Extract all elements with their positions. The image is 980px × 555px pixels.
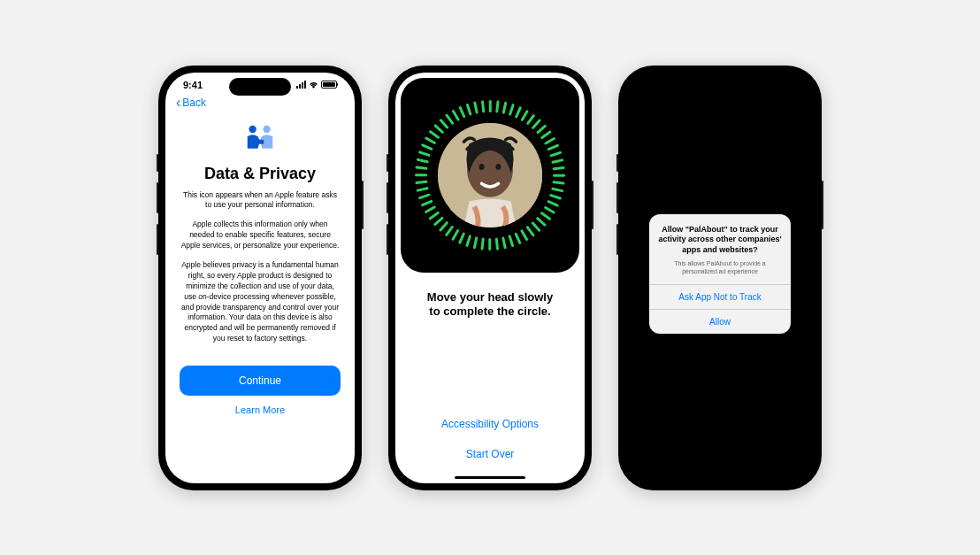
svg-point-5 — [495, 164, 501, 170]
face-id-scanner — [401, 78, 579, 273]
learn-more-link[interactable]: Learn More — [180, 396, 341, 424]
allow-button[interactable]: Allow — [649, 309, 791, 334]
handshake-icon — [241, 124, 279, 152]
dialog-subtitle: This allows PalAbout to provide a person… — [658, 259, 782, 275]
continue-button[interactable]: Continue — [180, 366, 341, 396]
face-preview — [438, 123, 542, 227]
battery-icon — [321, 81, 337, 89]
dialog-title: Allow "PalAbout" to track your activity … — [658, 225, 782, 256]
back-button[interactable]: ‹ Back — [176, 96, 344, 110]
page-title: Data & Privacy — [180, 165, 341, 183]
tracking-permission-dialog: Allow "PalAbout" to track your activity … — [649, 214, 791, 334]
privacy-para-1: This icon appears when an Apple feature … — [180, 190, 341, 212]
dynamic-island — [459, 78, 521, 96]
home-indicator[interactable] — [455, 476, 525, 479]
face-id-instruction: Move your head slowly to complete the ci… — [395, 278, 585, 333]
chevron-left-icon: ‹ — [176, 96, 180, 110]
progress-ring — [415, 100, 565, 251]
svg-point-4 — [479, 164, 485, 170]
privacy-para-2: Apple collects this information only whe… — [180, 220, 341, 251]
svg-point-0 — [249, 125, 256, 132]
back-label: Back — [182, 96, 206, 109]
privacy-para-3: Apple believes privacy is a fundamental … — [180, 260, 341, 344]
phone-tracking-permission: Allow "PalAbout" to track your activity … — [618, 66, 822, 490]
accessibility-options-link[interactable]: Accessibility Options — [395, 409, 585, 439]
phone-data-privacy: 9:41 ‹ Back — [158, 66, 362, 490]
ask-not-to-track-button[interactable]: Ask App Not to Track — [649, 284, 791, 309]
start-over-link[interactable]: Start Over — [395, 439, 585, 469]
dynamic-island — [689, 78, 751, 96]
signal-icon — [296, 81, 306, 89]
phone-face-id: Move your head slowly to complete the ci… — [388, 66, 592, 490]
status-time: 9:41 — [183, 80, 203, 90]
svg-point-1 — [263, 125, 270, 132]
dynamic-island — [229, 78, 291, 96]
wifi-icon — [309, 81, 318, 89]
